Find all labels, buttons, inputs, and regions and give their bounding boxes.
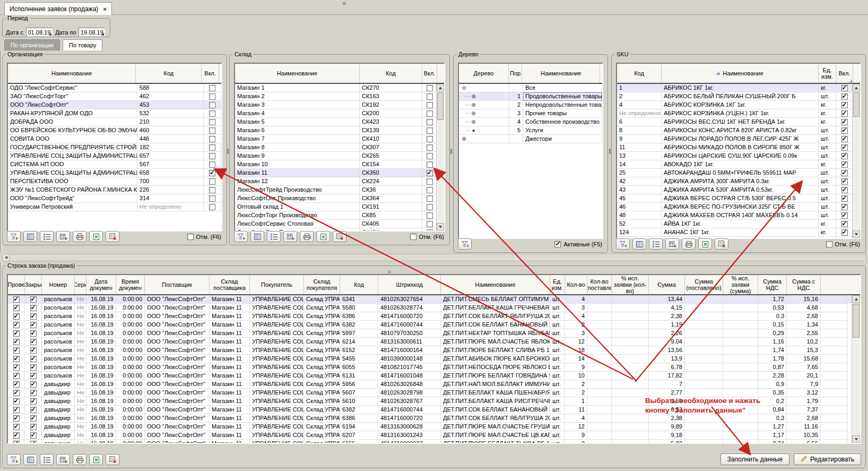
sku-vkl-checkbox[interactable]	[841, 221, 848, 227]
sku-row[interactable]: 45АДЖИКА ВЕРЕС ОСТРАЯ СТ/Б 530Г ВЕРЕС 0.…	[617, 194, 860, 203]
col-header[interactable]: Склад покупателя	[304, 275, 340, 294]
org-vkl-checkbox[interactable]	[209, 127, 215, 134]
sklad-row[interactable]: Магазин 12СК224	[235, 177, 444, 186]
col-header[interactable]: Наименование	[441, 275, 550, 294]
order-row[interactable]: расольковНе о16.08.190:00:00ООО "ЛюксСоф…	[8, 321, 860, 329]
sku-vkl-checkbox[interactable]	[841, 170, 848, 176]
order-row[interactable]: расольковНе о16.08.190:00:00ООО "ЛюксСоф…	[8, 363, 860, 372]
org-vkl-checkbox[interactable]	[209, 93, 215, 100]
columns-icon-button[interactable]	[23, 454, 37, 465]
sku-vkl-checkbox[interactable]	[841, 238, 848, 239]
col-header[interactable]: Сери	[75, 275, 86, 294]
order-closed-checkbox[interactable]	[30, 424, 37, 430]
col-header[interactable]: Сумма (поставлено)	[685, 275, 723, 294]
sklad-otm-checkbox[interactable]	[410, 234, 416, 240]
tree-expand-icon[interactable]: ⊖	[461, 84, 467, 92]
col-header[interactable]: Сумма	[649, 275, 685, 294]
org-vkl-checkbox[interactable]	[209, 187, 215, 193]
excel-icon-button[interactable]	[89, 454, 103, 465]
sklad-row[interactable]: Магазин 6СК139	[235, 126, 444, 135]
col-header[interactable]: Вкл.	[202, 64, 219, 83]
sku-vkl-checkbox[interactable]	[841, 144, 848, 151]
columns-icon-button[interactable]	[23, 231, 37, 242]
order-closed-checkbox[interactable]	[30, 313, 37, 320]
sku-vkl-checkbox[interactable]	[841, 161, 848, 168]
sklad-vkl-checkbox[interactable]	[427, 102, 433, 108]
tree-row[interactable]: ⊕3Прочие товары	[459, 109, 602, 118]
order-closed-checkbox[interactable]	[30, 390, 37, 396]
scroll-thumb[interactable]	[853, 304, 860, 338]
table-add-icon-button[interactable]	[56, 231, 70, 242]
org-row[interactable]: ООО "ЛюксСофтОпт"453	[8, 101, 221, 109]
sku-vkl-checkbox[interactable]	[841, 136, 848, 142]
rownum-icon-button[interactable]	[649, 238, 663, 250]
sklad-row[interactable]: Магазин 3СК192	[235, 101, 444, 109]
order-proved-checkbox[interactable]	[13, 390, 20, 396]
order-closed-checkbox[interactable]	[30, 364, 37, 371]
col-header[interactable]: Вкл.	[422, 64, 437, 83]
order-proved-checkbox[interactable]	[13, 339, 20, 345]
tree-expand-icon[interactable]: ⊕	[471, 109, 476, 117]
order-proved-checkbox[interactable]	[13, 373, 20, 379]
col-header[interactable]: Ед. изм.	[550, 275, 565, 294]
tree-row[interactable]: ●5Услуги	[459, 126, 602, 135]
order-row[interactable]: давыдкирНе о16.08.190:00:00ООО "ЛюксСофт…	[8, 423, 860, 431]
order-row[interactable]: давыдкирНе о16.08.190:00:00ООО "ЛюксСофт…	[8, 431, 860, 440]
document-tab[interactable]: Исполнение заявок (продажа) ×	[4, 2, 112, 15]
order-proved-checkbox[interactable]	[13, 322, 20, 328]
scroll-up-icon[interactable]	[437, 84, 444, 91]
sku-vkl-checkbox[interactable]	[841, 85, 848, 91]
org-row[interactable]: СОВИТА ООО446	[8, 135, 221, 143]
col-header[interactable]: Пор	[509, 64, 523, 83]
sku-otm-checkbox[interactable]	[826, 241, 832, 247]
col-header[interactable]: Склад поставщика	[210, 275, 250, 294]
org-vkl-checkbox[interactable]	[209, 170, 215, 176]
order-row[interactable]: расольковНе о16.08.190:00:00ООО "ЛюксСоф…	[8, 338, 860, 346]
org-vkl-checkbox[interactable]	[209, 85, 215, 91]
date-to-input[interactable]: 19.08.19	[79, 28, 105, 37]
sklad-vkl-checkbox[interactable]	[427, 229, 433, 232]
sku-row[interactable]: 8АБРИКОСЫ КОНС.АРИСТА 820Г АРИСТА 0.82кг…	[617, 126, 860, 135]
sklad-row[interactable]: Магазин 8СК307	[235, 143, 444, 152]
col-header[interactable]: Наименование	[522, 64, 600, 83]
sklad-vkl-checkbox[interactable]	[427, 153, 433, 159]
scroll-up-icon[interactable]	[853, 84, 860, 91]
tree-expand-icon[interactable]: ⊕	[471, 92, 476, 100]
sklad-row[interactable]: ЛюксСофтТрейд ПроизводствоСК36	[235, 186, 444, 194]
edit-button[interactable]: Редактировать	[794, 453, 861, 465]
col-header[interactable]: % исп. заявки (кол-во)	[612, 275, 649, 294]
filter-icon-button[interactable]	[7, 231, 21, 242]
print-icon-button[interactable]	[682, 238, 696, 250]
sklad-vkl-checkbox[interactable]	[427, 212, 433, 219]
sklad-vkl-checkbox[interactable]	[427, 204, 433, 210]
sku-row[interactable]: 14АВОКАДО 1КГ 1кг.кг.	[617, 160, 860, 169]
sklad-vkl-checkbox[interactable]	[427, 178, 433, 185]
col-header[interactable]: Наименование	[235, 64, 360, 83]
col-header[interactable]: Сумма с НДС	[787, 275, 821, 294]
col-header[interactable]: Код	[340, 275, 378, 294]
order-proved-checkbox[interactable]	[13, 398, 20, 405]
sklad-vkl-checkbox[interactable]	[427, 187, 433, 193]
sklad-row[interactable]: Магазин 11СК350	[235, 169, 444, 177]
sklad-row[interactable]: Магазин 2СК163	[235, 92, 444, 101]
tree-expand-icon[interactable]: ⊕	[471, 101, 476, 109]
table-add-icon-button[interactable]	[56, 454, 70, 465]
sku-row[interactable]: 43АДЖИКА АМРИТА 530Г АМРИТА 0.53кг.шт.	[617, 186, 860, 194]
org-row[interactable]: ЖЭУ №1 СОВЕТСКОГО РАЙОНА Г.МИНСКА КУП226	[8, 186, 221, 194]
order-closed-checkbox[interactable]	[30, 373, 37, 379]
table-add-icon-button[interactable]	[283, 231, 297, 242]
sku-row[interactable]: 1АБРИКОС 1КГ 1кг.кг.	[617, 84, 860, 92]
org-row[interactable]: ДОБРАДА ООО210	[8, 118, 221, 126]
col-header[interactable]: Кол-во (поставле	[587, 275, 612, 294]
order-proved-checkbox[interactable]	[13, 356, 20, 362]
org-row[interactable]: Универсам ПетровскийНе определено	[8, 203, 221, 211]
sklad-scrollbar[interactable]	[436, 84, 444, 230]
grid-del-icon-button[interactable]	[106, 231, 119, 242]
order-row[interactable]: расольковНе о16.08.190:00:00ООО "ЛюксСоф…	[8, 295, 860, 304]
tree-row[interactable]: ⊕Джестори	[459, 135, 602, 143]
print-icon-button[interactable]	[300, 231, 314, 242]
sklad-row[interactable]: Магазин 5СК423	[235, 118, 444, 126]
sku-vkl-checkbox[interactable]	[841, 195, 848, 202]
org-vkl-checkbox[interactable]	[209, 204, 215, 210]
order-proved-checkbox[interactable]	[13, 441, 20, 444]
